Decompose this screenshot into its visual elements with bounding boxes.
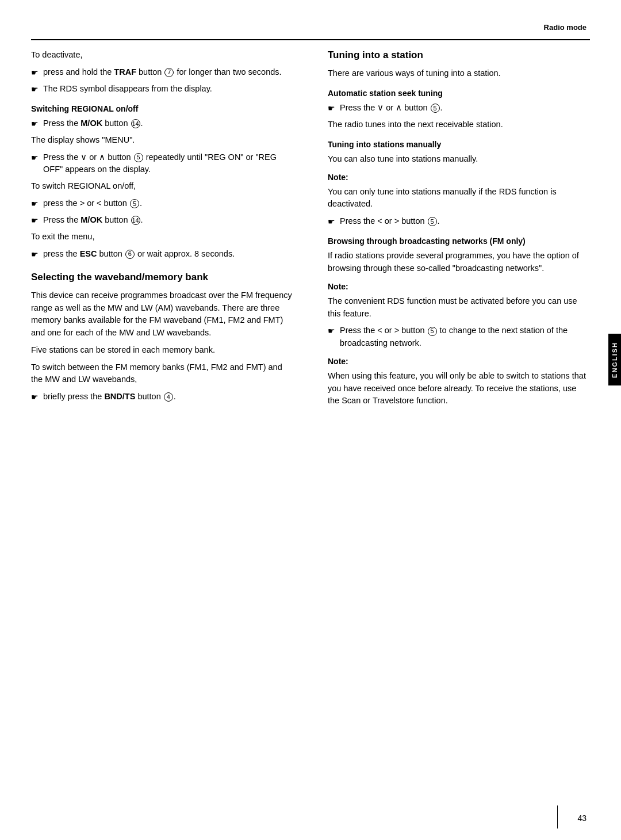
section-label: Radio mode bbox=[544, 23, 586, 32]
bullet-mok-2: ☛ Press the M/OK button 14. bbox=[31, 214, 293, 227]
final-note-text: When using this feature, you will only b… bbox=[328, 370, 590, 407]
bullet-mok-1: ☛ Press the M/OK button 14. bbox=[31, 117, 293, 130]
bullet-arrow-8: ☛ bbox=[31, 391, 39, 403]
manual-note-text: You can only tune into stations manually… bbox=[328, 186, 590, 211]
browsing-note-box: Note: The convenient RDS function must b… bbox=[328, 281, 590, 320]
bullet-arrow-2: ☛ bbox=[31, 83, 39, 96]
final-note-heading: Note: bbox=[328, 356, 590, 368]
bullet-gt-lt-text: press the > or < button 5. bbox=[43, 197, 293, 210]
exit-menu-text: To exit the menu, bbox=[31, 231, 293, 243]
bullet-rds-disappear: ☛ The RDS symbol disappears from the dis… bbox=[31, 83, 293, 96]
browsing-note-heading: Note: bbox=[328, 281, 590, 293]
page-number: 43 bbox=[577, 814, 586, 823]
waveband-para1: This device can receive programmes broad… bbox=[31, 289, 293, 339]
waveband-para3: To switch between the FM memory banks (F… bbox=[31, 361, 293, 387]
final-note-box: Note: When using this feature, you will … bbox=[328, 356, 590, 407]
manual-tuning-heading: Tuning into stations manually bbox=[328, 139, 590, 150]
tuning-heading: Tuning into a station bbox=[328, 49, 590, 62]
bullet-auto-seek-text: Press the ∨ or ∧ button 5. bbox=[340, 102, 590, 114]
switch-regional-text: To switch REGIONAL on/off, bbox=[31, 180, 293, 193]
bullet-browsing-text: Press the < or > button 5 to change to t… bbox=[340, 324, 590, 350]
left-column: To deactivate, ☛ press and hold the TRAF… bbox=[31, 49, 299, 805]
bullet-gt-lt: ☛ press the > or < button 5. bbox=[31, 197, 293, 210]
browsing-note-text: The convenient RDS function must be acti… bbox=[328, 295, 590, 320]
bullet-bndts-text: briefly press the BND/TS button 4. bbox=[43, 391, 293, 403]
auto-seek-result: The radio tunes into the next receivable… bbox=[328, 119, 590, 131]
bullet-arrow-r3: ☛ bbox=[328, 325, 335, 337]
manual-note-box: Note: You can only tune into stations ma… bbox=[328, 171, 590, 211]
bullet-arrow-7: ☛ bbox=[31, 249, 39, 261]
header-section-label: Radio mode bbox=[544, 23, 586, 32]
bullet-arrow-3: ☛ bbox=[31, 118, 39, 130]
display-menu-text: The display shows "MENU". bbox=[31, 134, 293, 147]
bullet-esc-text: press the ESC button 6 or wait approx. 8… bbox=[43, 248, 293, 261]
bullet-reg-toggle: ☛ Press the ∨ or ∧ button 5 repeatedly u… bbox=[31, 151, 293, 177]
bullet-manual-tune: ☛ Press the < or > button 5. bbox=[328, 215, 590, 228]
content-area: To deactivate, ☛ press and hold the TRAF… bbox=[31, 49, 590, 805]
bullet-arrow-r2: ☛ bbox=[328, 216, 335, 228]
auto-seek-heading: Automatic station seek tuning bbox=[328, 88, 590, 98]
bullet-manual-tune-text: Press the < or > button 5. bbox=[340, 215, 590, 228]
bullet-arrow-5: ☛ bbox=[31, 198, 39, 210]
tuning-intro: There are various ways of tuning into a … bbox=[328, 67, 590, 80]
manual-note-heading: Note: bbox=[328, 171, 590, 184]
bullet-browsing: ☛ Press the < or > button 5 to change to… bbox=[328, 324, 590, 350]
bullet-mok-1-text: Press the M/OK button 14. bbox=[43, 117, 293, 130]
top-rule bbox=[31, 39, 590, 40]
bullet-mok-2-text: Press the M/OK button 14. bbox=[43, 214, 293, 227]
language-tab: ENGLISH bbox=[608, 334, 621, 385]
bullet-esc: ☛ press the ESC button 6 or wait approx.… bbox=[31, 248, 293, 261]
waveband-heading: Selecting the waveband/memory bank bbox=[31, 271, 293, 284]
right-column: Tuning into a station There are various … bbox=[322, 49, 590, 805]
bullet-arrow-4: ☛ bbox=[31, 152, 39, 164]
deactivate-intro: To deactivate, bbox=[31, 49, 293, 62]
language-tab-label: ENGLISH bbox=[611, 342, 618, 378]
manual-tuning-para: You can also tune into stations manually… bbox=[328, 153, 590, 166]
bullet-traf-text: press and hold the TRAF button 7 for lon… bbox=[43, 66, 293, 79]
bullet-auto-seek: ☛ Press the ∨ or ∧ button 5. bbox=[328, 102, 590, 114]
bullet-bndts: ☛ briefly press the BND/TS button 4. bbox=[31, 391, 293, 403]
browsing-heading: Browsing through broadcasting networks (… bbox=[328, 236, 590, 246]
waveband-para2: Five stations can be stored in each memo… bbox=[31, 344, 293, 357]
browsing-para: If radio stations provide several progra… bbox=[328, 250, 590, 275]
footer-rule bbox=[557, 805, 558, 828]
bullet-arrow-6: ☛ bbox=[31, 215, 39, 227]
switching-heading: Switching REGIONAL on/off bbox=[31, 104, 293, 114]
bullet-reg-toggle-text: Press the ∨ or ∧ button 5 repeatedly unt… bbox=[43, 151, 293, 177]
bullet-arrow-1: ☛ bbox=[31, 67, 39, 79]
bullet-arrow-r1: ☛ bbox=[328, 102, 335, 114]
bullet-rds-text: The RDS symbol disappears from the displ… bbox=[43, 83, 293, 96]
bullet-traf: ☛ press and hold the TRAF button 7 for l… bbox=[31, 66, 293, 79]
